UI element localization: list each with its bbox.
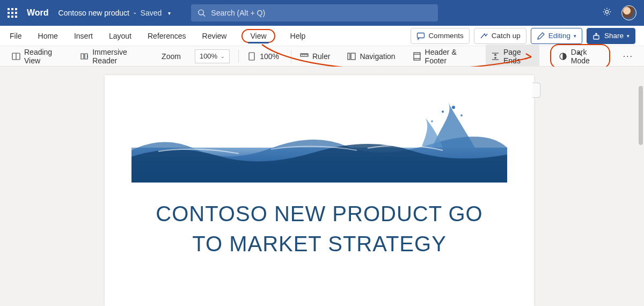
catch-up-button[interactable]: Catch up — [474, 28, 526, 44]
tab-help[interactable]: Help — [289, 30, 307, 42]
svg-point-0 — [199, 10, 203, 14]
document-title-line1: CONTOSO NEW PRODUCT GO — [131, 199, 507, 229]
navigation-label: Navigation — [360, 52, 395, 61]
search-box[interactable] — [191, 4, 438, 21]
zoom-label: Zoom — [158, 50, 184, 63]
immersive-reader-button[interactable]: Immersive Reader — [77, 46, 148, 67]
page-ends-button[interactable]: Page Ends — [486, 45, 539, 68]
app-launcher-icon[interactable] — [8, 8, 17, 18]
document-name-dropdown[interactable]: Contoso new product - Saved ▾ — [58, 9, 171, 17]
svg-point-2 — [605, 10, 608, 13]
app-name: Word — [27, 8, 49, 18]
catch-up-label: Catch up — [492, 32, 521, 40]
zoom-100-label: 100% — [260, 52, 279, 61]
dark-mode-button[interactable]: Dark Mode ↖ — [550, 44, 610, 69]
document-page: CONTOSO NEW PRODUCT GO TO MARKET STRATEG… — [105, 75, 534, 306]
svg-rect-4 — [594, 35, 599, 39]
save-status: Saved — [141, 9, 162, 17]
share-button[interactable]: Share ▾ — [587, 28, 635, 44]
view-toolbar: Reading View Immersive Reader Zoom 100% … — [0, 46, 644, 67]
immersive-reader-label: Immersive Reader — [92, 48, 144, 65]
user-avatar[interactable] — [621, 5, 636, 20]
search-input[interactable] — [211, 9, 431, 17]
svg-rect-10 — [351, 53, 355, 60]
ruler-label: Ruler — [312, 52, 330, 61]
comment-icon — [416, 32, 425, 40]
svg-point-19 — [460, 114, 463, 116]
tab-file[interactable]: File — [9, 30, 23, 42]
document-canvas[interactable]: CONTOSO NEW PRODUCT GO TO MARKET STRATEG… — [0, 67, 639, 306]
editing-mode-button[interactable]: Editing ▾ — [531, 28, 582, 44]
navigation-button[interactable]: Navigation — [344, 50, 398, 63]
ruler-button[interactable]: Ruler — [291, 50, 333, 63]
reading-view-button[interactable]: Reading View — [9, 46, 66, 67]
svg-rect-7 — [249, 53, 254, 60]
comments-label: Comments — [428, 32, 463, 40]
title-bar: Word Contoso new product - Saved ▾ — [0, 0, 644, 26]
editing-label: Editing — [548, 32, 570, 40]
ribbon-tabs: File Home Insert Layout References Revie… — [0, 26, 644, 46]
tab-insert[interactable]: Insert — [73, 30, 94, 42]
chevron-down-icon: ▾ — [168, 10, 171, 16]
catch-up-icon — [480, 32, 488, 40]
more-options-button[interactable]: ··· — [621, 52, 635, 61]
svg-point-20 — [442, 111, 444, 113]
pencil-icon — [537, 32, 545, 40]
document-title-line2: TO MARKET STRATEGY — [131, 229, 507, 259]
document-title: CONTOSO NEW PRODUCT GO TO MARKET STRATEG… — [131, 199, 507, 259]
navigation-icon — [347, 52, 356, 61]
chevron-down-icon: ⌄ — [221, 54, 225, 59]
document-image — [131, 97, 507, 183]
reading-view-icon — [12, 52, 20, 61]
page-ends-icon — [491, 52, 500, 61]
document-name: Contoso new product — [58, 9, 129, 17]
tab-layout[interactable]: Layout — [108, 30, 133, 42]
reading-view-label: Reading View — [24, 48, 63, 65]
header-footer-button[interactable]: Header & Footer — [409, 46, 475, 67]
tab-home[interactable]: Home — [37, 30, 59, 42]
svg-point-21 — [431, 120, 433, 122]
share-label: Share — [604, 32, 624, 40]
cursor-icon: ↖ — [577, 49, 583, 58]
comments-button[interactable]: Comments — [411, 28, 469, 44]
dark-mode-icon — [559, 52, 567, 61]
tab-references[interactable]: References — [147, 30, 187, 42]
header-footer-icon — [413, 52, 421, 61]
page-ends-label: Page Ends — [503, 48, 534, 65]
svg-line-1 — [203, 14, 206, 17]
svg-rect-9 — [348, 53, 350, 60]
svg-rect-11 — [414, 53, 420, 60]
immersive-reader-icon — [80, 52, 89, 61]
vertical-scrollbar[interactable] — [639, 86, 643, 145]
ruler-icon — [300, 52, 309, 61]
gear-icon — [602, 7, 612, 17]
page-icon — [247, 52, 256, 61]
tab-review[interactable]: Review — [201, 30, 228, 42]
tab-view[interactable]: View — [241, 29, 275, 43]
chevron-down-icon: ▾ — [627, 33, 630, 39]
settings-button[interactable] — [602, 7, 612, 19]
share-icon — [592, 32, 601, 40]
svg-point-18 — [452, 106, 455, 109]
dark-mode-label: Dark Mode — [571, 48, 602, 65]
header-footer-label: Header & Footer — [425, 48, 472, 65]
chevron-down-icon: ▾ — [574, 33, 576, 39]
svg-rect-3 — [418, 33, 425, 38]
zoom-100-button[interactable]: 100% — [238, 50, 282, 63]
search-icon — [197, 9, 206, 17]
zoom-select[interactable]: 100% ⌄ — [195, 49, 230, 63]
zoom-value: 100% — [200, 52, 217, 60]
